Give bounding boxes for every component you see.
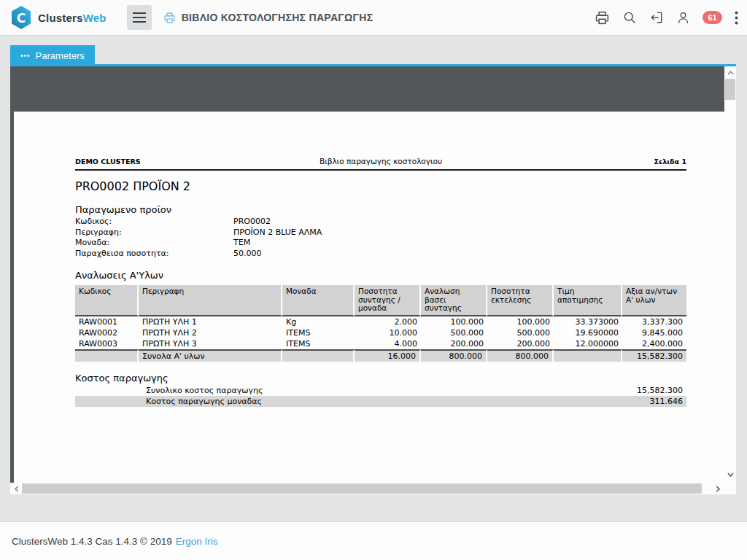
- field-value: PRO0002: [233, 217, 271, 228]
- product-field-row: Κωδικος:PRO0002: [75, 217, 686, 228]
- product-section-title: Παραγωμενο προϊον: [75, 204, 686, 215]
- table-row: RAW0002ΠΡΩΤΗ ΥΛΗ 2ITEMS10.000500.000500.…: [75, 327, 686, 338]
- table-cell: ΠΡΩΤΗ ΥΛΗ 2: [139, 327, 282, 338]
- report-name: Βιβλιο παραγωγης κοστολογιου: [255, 157, 506, 166]
- cost-row: Συνολικο κοστος παραγωγης15,582.300: [75, 385, 686, 396]
- printer-icon: [595, 10, 610, 26]
- totals-cell: [554, 349, 622, 362]
- page-title-wrap: ΒΙΒΛΙΟ ΚΟΣΤΟΛΟΓΗΣΗΣ ΠΑΡΑΓΩΓΗΣ: [163, 12, 374, 24]
- vertical-scrollbar[interactable]: [724, 66, 736, 483]
- table-cell: 100.000: [487, 316, 554, 327]
- table-cell: 19.690000: [554, 327, 622, 338]
- tab-parameters[interactable]: ••• Parameters: [10, 45, 95, 66]
- column-header: Κωδικος: [75, 285, 139, 316]
- scroll-right-icon[interactable]: [713, 483, 723, 494]
- cost-label: Κοστος παραγωγης μοναδας: [146, 397, 650, 406]
- table-cell: ITEMS: [282, 327, 355, 338]
- table-cell: 500.000: [421, 327, 487, 338]
- tab-bar: ••• Parameters: [0, 36, 747, 66]
- table-cell: ITEMS: [282, 338, 355, 349]
- totals-cell: 16.000: [355, 349, 421, 362]
- horizontal-scrollbar-thumb[interactable]: [22, 483, 702, 494]
- table-cell: RAW0002: [75, 327, 139, 338]
- table-row: RAW0003ΠΡΩΤΗ ΥΛΗ 3ITEMS4.000200.000200.0…: [75, 338, 686, 349]
- table-cell: 12.000000: [554, 338, 622, 349]
- user-button[interactable]: [676, 11, 690, 25]
- page-title: ΒΙΒΛΙΟ ΚΟΣΤΟΛΟΓΗΣΗΣ ΠΑΡΑΓΩΓΗΣ: [182, 12, 374, 23]
- column-header: Περιγραφη: [139, 285, 282, 316]
- svg-text:C: C: [17, 11, 26, 26]
- table-cell: 200.000: [421, 338, 487, 349]
- hexagon-c-logo-icon: C: [10, 5, 32, 30]
- field-value: ΠΡΟΪΟΝ 2 BLUE ΑΛΜΑ: [233, 228, 322, 238]
- report-viewer: DEMO CLUSTERS Βιβλιο παραγωγης κοστολογι…: [10, 66, 736, 494]
- scroll-left-icon[interactable]: [12, 483, 22, 494]
- search-button[interactable]: [622, 10, 637, 25]
- materials-body: RAW0001ΠΡΩΤΗ ΥΛΗ 1Kg2.000100.000100.0003…: [75, 316, 686, 349]
- table-cell: 2.000: [355, 316, 421, 327]
- table-cell: 100.000: [421, 316, 487, 327]
- brand-text: ClustersWeb: [38, 12, 107, 24]
- company-name: DEMO CLUSTERS: [75, 158, 255, 166]
- table-cell: 200.000: [487, 338, 554, 349]
- field-value: ΤΕΜ: [233, 238, 250, 249]
- table-cell: 9,845.000: [622, 327, 686, 338]
- scroll-up-icon[interactable]: [724, 68, 736, 78]
- report-page-header: DEMO CLUSTERS Βιβλιο παραγωγης κοστολογι…: [75, 157, 686, 171]
- table-cell: 500.000: [487, 327, 554, 338]
- header-actions: 61: [595, 10, 738, 26]
- table-cell: RAW0001: [75, 316, 139, 327]
- app-header: C ClustersWeb ΒΙΒΛΙΟ ΚΟΣΤΟΛΟΓΗΣΗΣ ΠΑΡΑΓΩ…: [0, 0, 747, 36]
- column-header: Ποσοτητα εκτελεσης: [487, 285, 554, 316]
- app-footer: ClustersWeb 1.4.3 Cas 1.4.3 © 2019 Ergon…: [0, 521, 747, 560]
- table-row: RAW0001ΠΡΩΤΗ ΥΛΗ 1Kg2.000100.000100.0003…: [75, 316, 686, 327]
- more-options-button[interactable]: [735, 11, 738, 25]
- scroll-down-icon[interactable]: [724, 470, 736, 480]
- scrollbar-corner: [724, 483, 736, 494]
- column-header: Ποσοτητα συνταγης / μοναδα: [355, 285, 421, 316]
- footer-version-text: ClustersWeb 1.4.3 Cas 1.4.3 © 2019: [12, 536, 172, 547]
- field-label: Παραχθεισα ποσοτητα:: [75, 249, 233, 260]
- totals-cell: 15,582.300: [622, 349, 686, 362]
- totals-cell: 800.000: [421, 349, 487, 362]
- cost-value: 15,582.300: [637, 386, 686, 395]
- horizontal-scrollbar[interactable]: [10, 483, 724, 494]
- print-button[interactable]: [595, 10, 610, 26]
- product-fields: Κωδικος:PRO0002Περιγραφη:ΠΡΟΪΟΝ 2 BLUE Α…: [75, 217, 686, 259]
- hamburger-menu-button[interactable]: [127, 5, 152, 30]
- notification-badge[interactable]: 61: [703, 11, 722, 24]
- cost-rows: Συνολικο κοστος παραγωγης15,582.300Κοστο…: [75, 385, 686, 407]
- materials-totals-row: Συνολα Α' υλων16.000800.000800.00015,582…: [75, 349, 686, 362]
- field-label: Μοναδα:: [75, 238, 233, 249]
- table-cell: 4.000: [355, 338, 421, 349]
- kebab-menu-icon: [735, 11, 738, 25]
- totals-cell: Συνολα Α' υλων: [139, 349, 282, 362]
- logout-icon: [649, 10, 664, 25]
- cost-section-title: Κοστος παραγωγης: [75, 373, 686, 384]
- totals-cell: [75, 349, 139, 362]
- ellipsis-icon: •••: [20, 52, 31, 60]
- materials-table: ΚωδικοςΠεριγραφηΜοναδαΠοσοτητα συνταγης …: [75, 285, 686, 362]
- vertical-scrollbar-thumb[interactable]: [725, 79, 735, 100]
- field-value: 50.000: [233, 249, 262, 260]
- user-icon: [676, 11, 690, 25]
- table-cell: 33.373000: [554, 316, 622, 327]
- column-header: Τιμη αποτιμησης: [554, 285, 622, 316]
- hamburger-icon: [133, 12, 146, 14]
- page-number: Σελιδα 1: [507, 158, 686, 166]
- report-page: DEMO CLUSTERS Βιβλιο παραγωγης κοστολογι…: [14, 112, 724, 483]
- table-cell: ΠΡΩΤΗ ΥΛΗ 3: [139, 338, 282, 349]
- column-header: Αξια αν/ντων Α' υλων: [622, 285, 686, 316]
- report-title: PRO0002 ΠΡΟΪΟΝ 2: [75, 179, 686, 193]
- app-logo[interactable]: C ClustersWeb: [10, 5, 107, 30]
- table-cell: 10.000: [355, 327, 421, 338]
- field-label: Κωδικος:: [75, 217, 233, 228]
- tab-parameters-label: Parameters: [36, 50, 85, 61]
- logout-button[interactable]: [649, 10, 664, 25]
- table-cell: 3,337.300: [622, 316, 686, 327]
- table-cell: 2,400.000: [622, 338, 686, 349]
- table-cell: RAW0003: [75, 338, 139, 349]
- cost-label: Συνολικο κοστος παραγωγης: [146, 386, 637, 395]
- footer-vendor-link[interactable]: Ergon Iris: [176, 536, 218, 547]
- product-field-row: Παραχθεισα ποσοτητα:50.000: [75, 249, 686, 260]
